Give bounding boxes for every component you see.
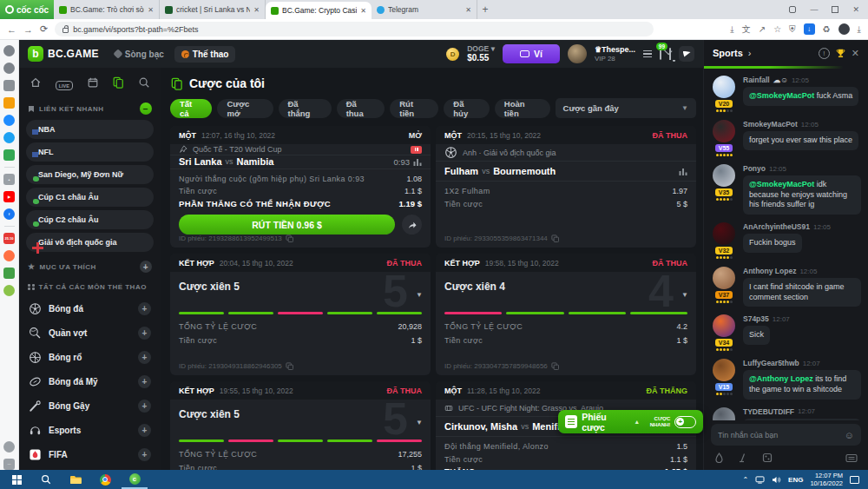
bet-card[interactable]: MỘT20:15, 15 thg 10, 2022 ĐÃ THUA Anh · … (436, 126, 696, 248)
tray-chevron-icon[interactable]: ⌃ (742, 476, 748, 484)
rain-tip-icon[interactable] (714, 453, 724, 463)
chevron-right-icon[interactable]: › (748, 48, 752, 58)
extension-icon[interactable]: ♻ (823, 24, 831, 34)
copy-icon[interactable] (286, 362, 293, 370)
live-stream-icon[interactable] (411, 146, 422, 154)
sale-badge-icon[interactable]: 25.10 (3, 233, 15, 244)
coccoc-browser-icon[interactable]: c (122, 470, 148, 489)
nav-sports[interactable]: Thế thao (174, 46, 236, 63)
expand-combo-caret[interactable]: ▼ (681, 291, 688, 299)
betslip-button[interactable]: Phiếu cược ▲ CƯỢC NHANH! + (558, 410, 703, 433)
tab-close-icon[interactable]: ✕ (360, 7, 366, 15)
sport-item[interactable]: FIFA + (26, 442, 154, 466)
window-minimize-button[interactable]: — (810, 5, 818, 14)
quick-link-item[interactable]: Cúp C1 châu Âu (26, 188, 154, 207)
quick-bet-toggle[interactable]: + (674, 416, 696, 428)
nav-casino[interactable]: Sòng bạc (108, 46, 171, 63)
twitter-icon[interactable] (3, 132, 15, 143)
gamepad-icon[interactable] (3, 149, 15, 161)
chat-username[interactable]: Anthony Lopez (743, 267, 796, 275)
collapse-quick-links-button[interactable]: − (140, 102, 152, 115)
tab-close-icon[interactable]: ✕ (465, 6, 471, 14)
browser-menu-button[interactable]: cốc cốc (0, 0, 54, 19)
browser-tab[interactable]: BC.Game: Trò chơi sòng bạc ✕ (54, 0, 160, 19)
browser-profile-avatar[interactable] (838, 23, 850, 35)
quick-link-item[interactable]: Cúp C2 châu Âu (26, 210, 154, 229)
window-close-button[interactable]: ✕ (852, 5, 859, 14)
add-icon[interactable]: + (3, 174, 15, 185)
expand-favorites-button[interactable]: + (140, 261, 152, 273)
browser-tab[interactable]: BC.Game: Crypto Casino Gam ✕ (266, 2, 372, 19)
avatar[interactable] (713, 164, 735, 187)
avatar[interactable] (713, 314, 735, 337)
sport-item[interactable]: Bóng đá + (26, 296, 154, 320)
gear-icon[interactable] (3, 45, 15, 56)
home-icon[interactable] (30, 76, 42, 89)
bell-icon[interactable] (669, 49, 671, 59)
sports-app-icon[interactable] (3, 285, 15, 296)
tab-close-icon[interactable]: ✕ (148, 6, 154, 14)
menu-icon[interactable] (643, 49, 652, 59)
newsfeed-icon[interactable] (3, 80, 15, 91)
chat-close-icon[interactable]: ✕ (852, 48, 859, 59)
translate-icon[interactable]: 文 (742, 23, 751, 36)
download-page-icon[interactable]: ⤓ (730, 24, 733, 35)
expand-sport-button[interactable]: + (138, 448, 151, 461)
home-app-icon[interactable] (3, 268, 15, 279)
filter-pill[interactable]: Rút tiền (390, 99, 438, 118)
window-maximize-button[interactable] (832, 6, 838, 13)
avatar[interactable] (713, 267, 735, 289)
sport-item[interactable]: Bóng đá Mỹ + (26, 369, 154, 393)
downloads-icon[interactable]: ⤓ (858, 24, 861, 35)
expand-sport-button[interactable]: + (138, 400, 151, 413)
messenger-icon[interactable] (3, 115, 15, 126)
chat-rules-icon[interactable] (738, 453, 748, 463)
expand-sport-button[interactable]: + (138, 351, 151, 364)
filter-pill[interactable]: Đã thắng (279, 99, 332, 118)
stats-icon[interactable] (679, 168, 687, 175)
chat-username[interactable]: Ponyo (743, 164, 766, 173)
my-bets-nav-icon[interactable] (112, 76, 124, 89)
quick-link-item[interactable]: San Diego, Mỹ Đơn Nữ (26, 165, 154, 184)
chat-username[interactable]: TYDEBUTDIFF (743, 407, 794, 416)
address-bar[interactable]: bc.game/vi/sports?bt-path=%2Fbets (55, 22, 654, 36)
start-button[interactable] (3, 470, 30, 489)
chat-username[interactable]: S74p35 (743, 314, 769, 323)
youtube-icon[interactable]: ▶ (3, 191, 15, 202)
copy-icon[interactable] (286, 235, 293, 242)
taskbar-search-icon[interactable] (33, 470, 59, 489)
copy-icon[interactable] (551, 235, 559, 242)
avatar[interactable] (713, 407, 735, 420)
bet-card[interactable]: MỘT12:07, 16 thg 10, 2022 MỞ Quốc Tế - T… (170, 126, 431, 248)
expand-sport-button[interactable]: + (138, 424, 151, 437)
sort-dropdown[interactable]: Cược gần đây▼ (556, 98, 697, 118)
bet-teams[interactable]: FulhamvsBournemouth (436, 162, 696, 182)
crown-icon[interactable] (3, 97, 15, 109)
chat-toggle-icon[interactable] (679, 46, 694, 62)
reload-button[interactable]: ⟳ (40, 23, 48, 35)
avatar[interactable] (713, 359, 735, 381)
avatar[interactable] (713, 222, 735, 245)
filter-pill[interactable]: Hoàn tiền (495, 99, 550, 118)
expand-sport-button[interactable]: + (138, 302, 151, 315)
expand-sport-button[interactable]: + (138, 327, 151, 340)
quick-link-item[interactable]: NBA (26, 120, 154, 139)
forward-button[interactable]: → (23, 24, 33, 35)
promo-icon[interactable] (3, 250, 15, 261)
filter-pill[interactable]: Đã thua (337, 99, 385, 118)
stats-icon[interactable] (413, 158, 422, 166)
filter-pill[interactable]: Tất cả (170, 99, 212, 118)
games-dice-icon[interactable] (762, 453, 773, 463)
network-icon[interactable] (755, 476, 765, 484)
taskbar-clock[interactable]: 12:07 PM10/16/2022 (810, 472, 843, 487)
tab-close-icon[interactable]: ✕ (253, 6, 260, 14)
volume-icon[interactable] (772, 476, 781, 484)
chat-username[interactable]: LuffyGear5thwb (743, 359, 799, 367)
user-info[interactable]: ♛Thespe... VIP 28 (595, 45, 635, 63)
more-icon[interactable]: ⋯ (3, 459, 15, 470)
chat-room-title[interactable]: Sports (713, 48, 743, 58)
chat-message-input[interactable] (718, 431, 839, 439)
quick-link-item[interactable]: Giải vô địch quốc gia (26, 233, 154, 252)
chat-username[interactable]: AnArchyintheUS91 (743, 222, 810, 231)
wallet-button[interactable]: Ví (503, 44, 560, 63)
